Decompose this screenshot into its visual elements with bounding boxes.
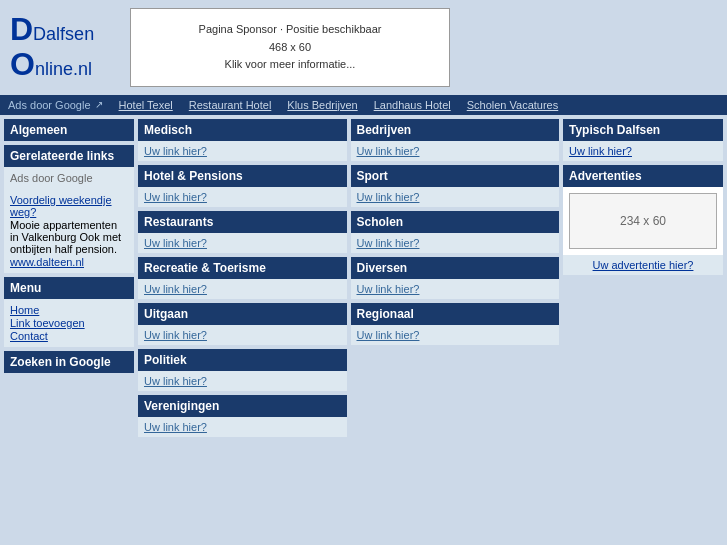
- cat-recreatie-body: Uw link hier?: [138, 279, 347, 299]
- cat-politiek: Politiek Uw link hier?: [138, 349, 347, 391]
- cat-uitgaan-link[interactable]: Uw link hier?: [144, 329, 207, 341]
- cat-recreatie-link[interactable]: Uw link hier?: [144, 283, 207, 295]
- nav-link-restaurant[interactable]: Restaurant Hotel: [189, 99, 272, 111]
- cat-uitgaan-body: Uw link hier?: [138, 325, 347, 345]
- cat-medisch-body: Uw link hier?: [138, 141, 347, 161]
- cat-recreatie: Recreatie & Toerisme Uw link hier?: [138, 257, 347, 299]
- logo: DDalfsen Online.nl: [10, 12, 110, 82]
- menu-content: Home Link toevoegen Contact: [4, 299, 134, 347]
- cat-scholen: Scholen Uw link hier?: [351, 211, 560, 253]
- cat-bedrijven: Bedrijven Uw link hier?: [351, 119, 560, 161]
- menu-item-contact[interactable]: Contact: [10, 330, 128, 342]
- cat-diversen: Diversen Uw link hier?: [351, 257, 560, 299]
- logo-line2: Online.nl: [10, 47, 110, 82]
- sidebar-ads-google: Ads door Google: [4, 167, 134, 189]
- sponsor-line2: 468 x 60: [151, 39, 429, 57]
- cat-restaurants: Restaurants Uw link hier?: [138, 211, 347, 253]
- cat-hotel: Hotel & Pensions Uw link hier?: [138, 165, 347, 207]
- cat-diversen-link[interactable]: Uw link hier?: [357, 283, 420, 295]
- row-5: Uitgaan Uw link hier? Regionaal Uw link …: [138, 303, 559, 345]
- cat-diversen-body: Uw link hier?: [351, 279, 560, 299]
- gerelateerde-header: Gerelateerde links: [4, 145, 134, 167]
- cat-politiek-header: Politiek: [138, 349, 347, 371]
- sponsor-box[interactable]: Pagina Sponsor · Positie beschikbaar 468…: [130, 8, 450, 87]
- logo-line1: DDalfsen: [10, 12, 110, 47]
- logo-o: O: [10, 46, 35, 82]
- nav-link-hotel-texel[interactable]: Hotel Texel: [119, 99, 173, 111]
- cat-bedrijven-header: Bedrijven: [351, 119, 560, 141]
- cat-sport-link[interactable]: Uw link hier?: [357, 191, 420, 203]
- right-sidebar: Typisch Dalfsen Uw link hier? Advertenti…: [563, 119, 723, 437]
- cat-verenigingen-header: Verenigingen: [138, 395, 347, 417]
- menu-header: Menu: [4, 277, 134, 299]
- main-layout: Algemeen Gerelateerde links Ads door Goo…: [0, 115, 727, 441]
- logo-text-2: nline.nl: [35, 59, 92, 79]
- sidebar-ad-content: Voordelig weekendje weg? Mooie apparteme…: [4, 189, 134, 273]
- cat-sport-body: Uw link hier?: [351, 187, 560, 207]
- nav-link-scholen[interactable]: Scholen Vacatures: [467, 99, 559, 111]
- algemeen-section: Algemeen: [4, 119, 134, 141]
- cat-medisch-header: Medisch: [138, 119, 347, 141]
- logo-d: D: [10, 11, 33, 47]
- sidebar-ad-link[interactable]: Voordelig weekendje weg?: [10, 194, 128, 218]
- nav-link-landhaus[interactable]: Landhaus Hotel: [374, 99, 451, 111]
- ad-box-anchor[interactable]: Uw advertentie hier?: [593, 259, 694, 271]
- algemeen-header: Algemeen: [4, 119, 134, 141]
- cat-sport-header: Sport: [351, 165, 560, 187]
- navbar: Ads door Google ↗ Hotel Texel Restaurant…: [0, 95, 727, 115]
- external-icon: ↗: [95, 99, 103, 110]
- cat-recreatie-header: Recreatie & Toerisme: [138, 257, 347, 279]
- ads-google-label: Ads door Google: [8, 99, 91, 111]
- sponsor-line1: Pagina Sponsor · Positie beschikbaar: [151, 21, 429, 39]
- sponsor-line3: Klik voor meer informatie...: [151, 56, 429, 74]
- row-3: Restaurants Uw link hier? Scholen Uw lin…: [138, 211, 559, 253]
- menu-item-link-toevoegen[interactable]: Link toevoegen: [10, 317, 128, 329]
- cat-bedrijven-body: Uw link hier?: [351, 141, 560, 161]
- sidebar-ad-url[interactable]: www.dalteen.nl: [10, 256, 128, 268]
- cat-verenigingen-link[interactable]: Uw link hier?: [144, 421, 207, 433]
- cat-politiek-body: Uw link hier?: [138, 371, 347, 391]
- cat-regionaal-body: Uw link hier?: [351, 325, 560, 345]
- cat-medisch-link[interactable]: Uw link hier?: [144, 145, 207, 157]
- menu-section: Menu Home Link toevoegen Contact: [4, 277, 134, 347]
- cat-uitgaan-header: Uitgaan: [138, 303, 347, 325]
- cat-medisch: Medisch Uw link hier?: [138, 119, 347, 161]
- row-1: Medisch Uw link hier? Bedrijven Uw link …: [138, 119, 559, 161]
- center-content: Medisch Uw link hier? Bedrijven Uw link …: [138, 119, 559, 437]
- cat-hotel-header: Hotel & Pensions: [138, 165, 347, 187]
- cat-hotel-link[interactable]: Uw link hier?: [144, 191, 207, 203]
- cat-regionaal-header: Regionaal: [351, 303, 560, 325]
- zoeken-header: Zoeken in Google: [4, 351, 134, 373]
- cat-uitgaan: Uitgaan Uw link hier?: [138, 303, 347, 345]
- advertenties-header: Advertenties: [563, 165, 723, 187]
- left-sidebar: Algemeen Gerelateerde links Ads door Goo…: [4, 119, 134, 437]
- ads-google-sidebar-label: Ads door Google: [10, 172, 93, 184]
- row-7: Verenigingen Uw link hier?: [138, 395, 559, 437]
- nav-link-klus[interactable]: Klus Bedrijven: [287, 99, 357, 111]
- cat-sport: Sport Uw link hier?: [351, 165, 560, 207]
- cat-scholen-link[interactable]: Uw link hier?: [357, 237, 420, 249]
- gerelateerde-section: Gerelateerde links Ads door Google Voord…: [4, 145, 134, 273]
- cat-scholen-header: Scholen: [351, 211, 560, 233]
- cat-scholen-body: Uw link hier?: [351, 233, 560, 253]
- advertenties-section: Advertenties 234 x 60 Uw advertentie hie…: [563, 165, 723, 275]
- row-4: Recreatie & Toerisme Uw link hier? Diver…: [138, 257, 559, 299]
- menu-item-home[interactable]: Home: [10, 304, 128, 316]
- typisch-body: Uw link hier?: [563, 141, 723, 161]
- cat-restaurants-body: Uw link hier?: [138, 233, 347, 253]
- cat-restaurants-link[interactable]: Uw link hier?: [144, 237, 207, 249]
- typisch-link[interactable]: Uw link hier?: [569, 145, 632, 157]
- cat-verenigingen-body: Uw link hier?: [138, 417, 347, 437]
- header: DDalfsen Online.nl Pagina Sponsor · Posi…: [0, 0, 727, 95]
- cat-regionaal: Regionaal Uw link hier?: [351, 303, 560, 345]
- zoeken-section: Zoeken in Google: [4, 351, 134, 373]
- cat-politiek-link[interactable]: Uw link hier?: [144, 375, 207, 387]
- cat-diversen-header: Diversen: [351, 257, 560, 279]
- cat-bedrijven-link[interactable]: Uw link hier?: [357, 145, 420, 157]
- typisch-section: Typisch Dalfsen Uw link hier?: [563, 119, 723, 161]
- cat-regionaal-link[interactable]: Uw link hier?: [357, 329, 420, 341]
- sidebar-ad-text: Mooie appartementen in Valkenburg Ook me…: [10, 219, 121, 255]
- cat-hotel-body: Uw link hier?: [138, 187, 347, 207]
- navbar-ads-label: Ads door Google ↗: [8, 99, 103, 111]
- cat-restaurants-header: Restaurants: [138, 211, 347, 233]
